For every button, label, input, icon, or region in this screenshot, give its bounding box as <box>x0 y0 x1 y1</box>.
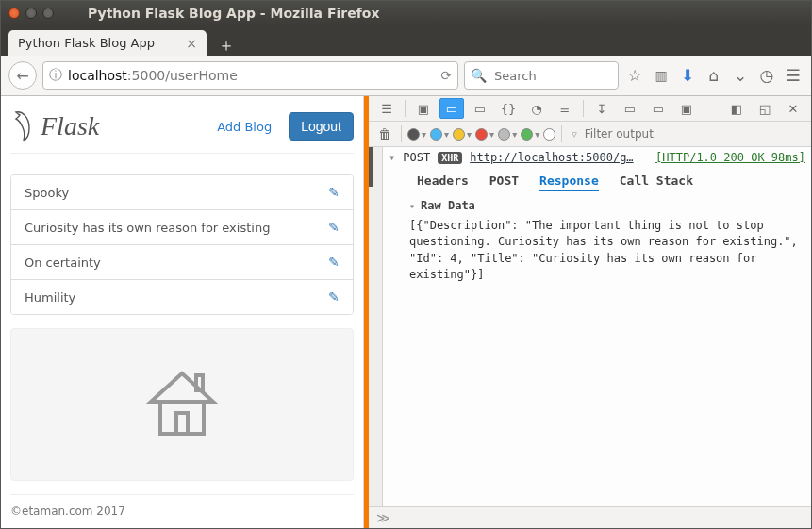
request-url[interactable]: http://localhost:5000/g… <box>470 151 633 164</box>
window-controls <box>8 8 54 19</box>
request-method: POST <box>403 151 430 164</box>
url-bar[interactable]: ⓘ localhost:5000/userHome ⟳ <box>42 61 458 90</box>
list-item[interactable]: Spooky ✎ <box>11 175 353 210</box>
request-subtabs: Headers POST Response Call Stack <box>383 168 811 197</box>
brand-text: Flask <box>41 111 99 141</box>
raw-data-body: [{"Description": "The important thing is… <box>383 216 811 291</box>
edit-icon[interactable]: ✎ <box>328 220 340 235</box>
window-close-button[interactable] <box>8 8 20 19</box>
window-minimize-button[interactable] <box>25 8 37 19</box>
memory-tab-icon[interactable]: ≡ <box>553 98 577 119</box>
svg-rect-2 <box>160 402 204 434</box>
filter-output-box[interactable]: ▿ <box>568 126 805 141</box>
content-split: Flask Add Blog Logout Spooky ✎ Curiosity… <box>1 96 811 528</box>
brand: Flask <box>10 109 99 143</box>
post-title: Humility <box>25 290 75 305</box>
style-editor-tab-icon[interactable]: {} <box>496 98 521 119</box>
inspector-tab-icon[interactable]: ☰ <box>374 98 399 119</box>
svg-rect-3 <box>176 413 188 434</box>
network-tab-icon[interactable]: ↧ <box>589 98 614 119</box>
network-request-row[interactable]: ▾ POST XHR http://localhost:5000/g… [HTT… <box>383 147 811 168</box>
menu-icon[interactable]: ☰ <box>783 66 804 85</box>
filter-xhr-icon[interactable] <box>475 128 488 141</box>
subtab-response[interactable]: Response <box>539 174 599 191</box>
devtools-panel: ☰ ▣ ▭ ▭ {} ◔ ≡ ↧ ▭ ▭ ▣ ◧ ◱ ✕ 🗑 <box>369 96 811 528</box>
filter-warnings-icon[interactable] <box>453 128 465 141</box>
back-button[interactable]: ← <box>8 61 37 90</box>
filter-errors-icon[interactable] <box>407 128 420 141</box>
header-actions: Add Blog Logout <box>217 112 354 141</box>
flask-logo-icon <box>10 109 37 143</box>
search-bar[interactable]: 🔍 <box>464 61 619 90</box>
window-maximize-button[interactable] <box>42 8 54 19</box>
console-tab-icon[interactable]: ▭ <box>439 98 464 119</box>
list-item[interactable]: Humility ✎ <box>11 280 353 314</box>
filter-output-input[interactable] <box>583 126 805 141</box>
page-content: Flask Add Blog Logout Spooky ✎ Curiosity… <box>1 96 364 528</box>
site-info-icon[interactable]: ⓘ <box>49 67 62 84</box>
nav-toolbar: ← ⓘ localhost:5000/userHome ⟳ 🔍 ☆ ▥ ⬇ ⌂ … <box>1 56 811 96</box>
reload-icon[interactable]: ⟳ <box>440 68 452 83</box>
subtab-post[interactable]: POST <box>489 174 519 191</box>
subtab-callstack[interactable]: Call Stack <box>620 174 693 191</box>
url-rest: :5000/userHome <box>127 68 238 83</box>
tab-title: Python Flask Blog App <box>18 36 155 50</box>
new-tab-button[interactable]: ＋ <box>214 35 239 56</box>
pocket-icon[interactable]: ⌄ <box>730 66 751 85</box>
filter-info-icon[interactable] <box>521 128 533 141</box>
back-arrow-icon: ← <box>16 67 28 85</box>
post-title: On certainty <box>25 256 101 270</box>
firefox-window: Python Flask Blog App - Mozilla Firefox … <box>0 0 812 529</box>
storage-tab-icon[interactable]: ▭ <box>618 98 642 119</box>
browser-tab[interactable]: Python Flask Blog App × <box>8 30 207 56</box>
raw-data-label: Raw Data <box>421 199 475 212</box>
search-icon: 🔍 <box>471 68 487 83</box>
os-titlebar: Python Flask Blog App - Mozilla Firefox <box>1 1 811 25</box>
url-text: localhost:5000/userHome <box>68 68 238 83</box>
home-icon[interactable]: ⌂ <box>704 66 724 85</box>
dom-tab-icon[interactable]: ▣ <box>674 98 699 119</box>
filter-debug-icon[interactable] <box>543 128 555 141</box>
house-icon <box>140 362 224 447</box>
bookmark-star-icon[interactable]: ☆ <box>624 66 645 85</box>
devtools-main: ▾ POST XHR http://localhost:5000/g… [HTT… <box>383 147 811 506</box>
dock-side-icon[interactable]: ◧ <box>724 98 749 119</box>
accessibility-tab-icon[interactable]: ▭ <box>646 98 671 119</box>
console-input-row[interactable]: ≫ <box>369 506 811 528</box>
console-prompt-icon: ≫ <box>376 510 390 525</box>
image-placeholder <box>10 328 354 481</box>
add-blog-link[interactable]: Add Blog <box>217 120 272 134</box>
console-filter-toolbar: 🗑 ▾ ▾ ▾ ▾ ▾ ▾ ▿ <box>369 122 811 147</box>
debugger-tab-icon[interactable]: ▭ <box>468 98 492 119</box>
filter-log-icon[interactable] <box>498 128 510 141</box>
dock-popout-icon[interactable]: ◱ <box>753 98 777 119</box>
clear-console-icon[interactable]: 🗑 <box>374 126 395 141</box>
edit-icon[interactable]: ✎ <box>328 185 340 200</box>
raw-data-header[interactable]: ▾ Raw Data <box>383 197 811 216</box>
window-title: Python Flask Blog App - Mozilla Firefox <box>88 6 379 21</box>
list-item[interactable]: Curiosity has its own reason for existin… <box>11 210 353 245</box>
filter-css-icon[interactable] <box>430 128 442 141</box>
edit-icon[interactable]: ✎ <box>328 289 340 305</box>
downloads-icon[interactable]: ⬇ <box>677 66 698 85</box>
filter-icon: ▿ <box>572 128 577 141</box>
library-icon[interactable]: ▥ <box>651 68 671 83</box>
disclosure-triangle-icon[interactable]: ▾ <box>389 151 395 164</box>
history-clock-icon[interactable]: ◷ <box>756 66 777 85</box>
header-row: Flask Add Blog Logout <box>10 109 354 154</box>
devtools-gutter <box>369 147 383 506</box>
devtools-toolbar: ☰ ▣ ▭ ▭ {} ◔ ≡ ↧ ▭ ▭ ▣ ◧ ◱ ✕ <box>369 96 811 122</box>
devtools-close-icon[interactable]: ✕ <box>781 98 805 119</box>
tab-close-icon[interactable]: × <box>186 36 197 51</box>
search-input[interactable] <box>492 68 612 84</box>
performance-tab-icon[interactable]: ◔ <box>524 98 549 119</box>
post-title: Curiosity has its own reason for existin… <box>25 221 270 235</box>
edit-icon[interactable]: ✎ <box>328 255 340 270</box>
subtab-headers[interactable]: Headers <box>417 174 469 191</box>
post-title: Spooky <box>25 186 69 200</box>
generic-panel-icon[interactable]: ▣ <box>411 98 436 119</box>
list-item[interactable]: On certainty ✎ <box>11 245 353 280</box>
disclosure-triangle-icon: ▾ <box>409 201 415 211</box>
xhr-badge: XHR <box>438 152 462 164</box>
logout-button[interactable]: Logout <box>289 112 354 141</box>
